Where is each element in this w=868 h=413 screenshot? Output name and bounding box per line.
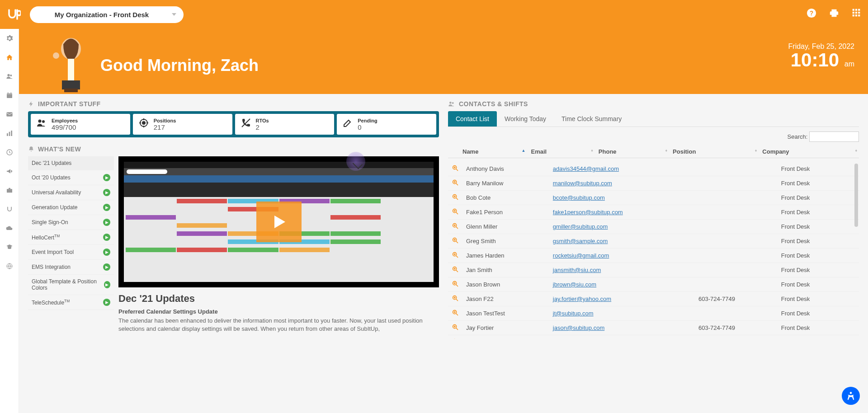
magnify-icon[interactable] bbox=[452, 164, 459, 172]
whatsnew-item[interactable]: Generation Update▶ bbox=[28, 200, 114, 215]
tab-working-today[interactable]: Working Today bbox=[497, 111, 554, 127]
sidebar-briefcase-icon[interactable] bbox=[5, 186, 14, 194]
email-link[interactable]: jbrown@siu.com bbox=[553, 281, 596, 288]
magnify-icon[interactable] bbox=[452, 179, 459, 186]
col-position[interactable]: Position♦ bbox=[669, 145, 759, 158]
col-email[interactable]: Email♦ bbox=[528, 145, 595, 158]
email-link[interactable]: fake1person@subitup.com bbox=[553, 209, 623, 216]
apps-grid-icon[interactable] bbox=[852, 8, 861, 21]
svg-line-80 bbox=[456, 299, 458, 301]
cell-position: Front Desk bbox=[778, 234, 845, 249]
sidebar-globe-icon[interactable] bbox=[5, 262, 14, 270]
email-link[interactable]: jansmith@siu.com bbox=[553, 267, 601, 273]
sidebar-home-icon[interactable] bbox=[5, 53, 14, 61]
magnify-icon[interactable] bbox=[452, 208, 459, 215]
hero-avatar bbox=[46, 31, 96, 94]
magnify-icon[interactable] bbox=[452, 193, 459, 201]
scrollbar-thumb[interactable] bbox=[854, 164, 858, 227]
stat-rtos[interactable]: RTOs2 bbox=[235, 114, 335, 135]
sidebar-calendar-icon[interactable] bbox=[5, 91, 14, 99]
play-button-icon[interactable] bbox=[256, 202, 302, 242]
sidebar-people-icon[interactable] bbox=[5, 72, 14, 80]
logo[interactable] bbox=[7, 8, 21, 21]
stat-positions[interactable]: Positions217 bbox=[133, 114, 232, 135]
table-row: Fake1 Personfake1person@subitup.comFront… bbox=[448, 205, 859, 220]
sidebar-chart-icon[interactable] bbox=[5, 129, 14, 137]
cell-phone bbox=[695, 335, 778, 339]
cell-name: Jay Fortier bbox=[462, 321, 549, 335]
whatsnew-item[interactable]: TeleScheduleTM▶ bbox=[28, 295, 114, 310]
email-link[interactable]: gsmith@sample.com bbox=[553, 238, 608, 244]
contacts-tabs: Contact List Working Today Time Clock Su… bbox=[448, 111, 859, 127]
magnify-icon[interactable] bbox=[452, 280, 459, 287]
svg-point-41 bbox=[449, 102, 452, 104]
email-link[interactable]: adavis34544@gmail.com bbox=[553, 165, 619, 172]
whatsnew-item[interactable]: Event Import Tool▶ bbox=[28, 245, 114, 260]
stat-pending[interactable]: Pending0 bbox=[337, 114, 436, 135]
magnify-icon[interactable] bbox=[452, 309, 459, 316]
magnify-icon[interactable] bbox=[452, 324, 459, 331]
cell-email: gsmith@sample.com bbox=[549, 234, 695, 249]
search-input[interactable] bbox=[809, 131, 859, 142]
tab-contact-list[interactable]: Contact List bbox=[448, 111, 497, 127]
sidebar-mail-icon[interactable] bbox=[5, 110, 14, 118]
email-link[interactable]: manilow@subitup.com bbox=[553, 180, 612, 187]
table-row: Glenn Millergmiller@subitup.comFront Des… bbox=[448, 220, 859, 234]
cell-name: Jeff Collins bbox=[462, 335, 549, 339]
cell-name: James Harden bbox=[462, 249, 549, 263]
whatsnew-item[interactable]: Single Sign-On▶ bbox=[28, 215, 114, 230]
cell-phone bbox=[695, 176, 778, 191]
cell-name: Jan Smith bbox=[462, 263, 549, 277]
sidebar-megaphone-icon[interactable] bbox=[5, 167, 14, 175]
email-link[interactable]: jay.fortier@yahoo.com bbox=[553, 296, 611, 302]
accessibility-button[interactable] bbox=[842, 387, 860, 405]
whatsnew-header: WHAT'S NEW bbox=[28, 145, 439, 153]
stats-bar: Employees499/700 Positions217 RTOs2 Pend… bbox=[28, 111, 439, 137]
col-phone[interactable]: Phone♦ bbox=[595, 145, 669, 158]
table-row: Jason F22jay.fortier@yahoo.com603-724-77… bbox=[448, 292, 859, 306]
tab-timeclock[interactable]: Time Clock Summary bbox=[554, 111, 629, 127]
email-link[interactable]: bcote@subitup.com bbox=[553, 194, 605, 201]
stat-employees[interactable]: Employees499/700 bbox=[31, 114, 130, 135]
whatsnew-item[interactable]: EMS Integration▶ bbox=[28, 260, 114, 275]
cell-position: Front Desk bbox=[778, 277, 845, 292]
whatsnew-item[interactable]: Dec '21 Updates bbox=[28, 156, 114, 170]
svg-line-68 bbox=[456, 256, 458, 258]
email-link[interactable]: jt@subitup.com bbox=[553, 310, 594, 317]
print-icon[interactable] bbox=[829, 8, 839, 21]
email-link[interactable]: jason@subitup.com bbox=[553, 324, 604, 331]
col-company[interactable]: Company♦ bbox=[759, 145, 859, 158]
sidebar-cloud-icon[interactable] bbox=[5, 224, 14, 232]
help-icon[interactable]: ? bbox=[807, 8, 816, 21]
magnify-icon[interactable] bbox=[452, 338, 459, 339]
video-player[interactable] bbox=[118, 156, 439, 287]
sidebar-education-icon[interactable] bbox=[5, 243, 14, 251]
magnify-icon[interactable] bbox=[452, 266, 459, 273]
email-link[interactable]: rocketsiu@gmail.com bbox=[553, 252, 609, 259]
magnify-icon[interactable] bbox=[452, 295, 459, 302]
magnify-icon[interactable] bbox=[452, 237, 459, 244]
cell-email: jbrown@siu.com bbox=[549, 277, 695, 292]
email-link[interactable]: gmiller@subitup.com bbox=[553, 223, 608, 230]
sidebar-magnet-icon[interactable] bbox=[5, 205, 14, 213]
svg-line-88 bbox=[456, 328, 458, 330]
sidebar-settings-icon[interactable] bbox=[5, 34, 14, 42]
svg-rect-17 bbox=[6, 112, 12, 116]
cell-phone bbox=[695, 306, 778, 321]
sidebar-clock-icon[interactable] bbox=[5, 148, 14, 156]
svg-rect-5 bbox=[853, 12, 854, 14]
whatsnew-item[interactable]: Oct '20 Updates▶ bbox=[28, 170, 114, 185]
whatsnew-item[interactable]: Global Template & Position Colors▶ bbox=[28, 275, 114, 295]
magnify-icon[interactable] bbox=[452, 251, 459, 258]
col-name[interactable]: Name▲ bbox=[459, 145, 528, 158]
svg-rect-7 bbox=[858, 12, 860, 14]
whatsnew-item[interactable]: HelloCertTM▶ bbox=[28, 230, 114, 245]
magnify-icon[interactable] bbox=[452, 222, 459, 230]
cell-position: Front Desk bbox=[778, 176, 845, 191]
org-selector[interactable]: My Organization - Front Desk bbox=[30, 6, 184, 23]
cell-company bbox=[845, 277, 859, 292]
chevron-right-icon: ▶ bbox=[104, 281, 110, 288]
svg-rect-27 bbox=[62, 80, 80, 89]
cell-name: Fake1 Person bbox=[462, 205, 549, 220]
whatsnew-item[interactable]: Universal Availability▶ bbox=[28, 185, 114, 200]
